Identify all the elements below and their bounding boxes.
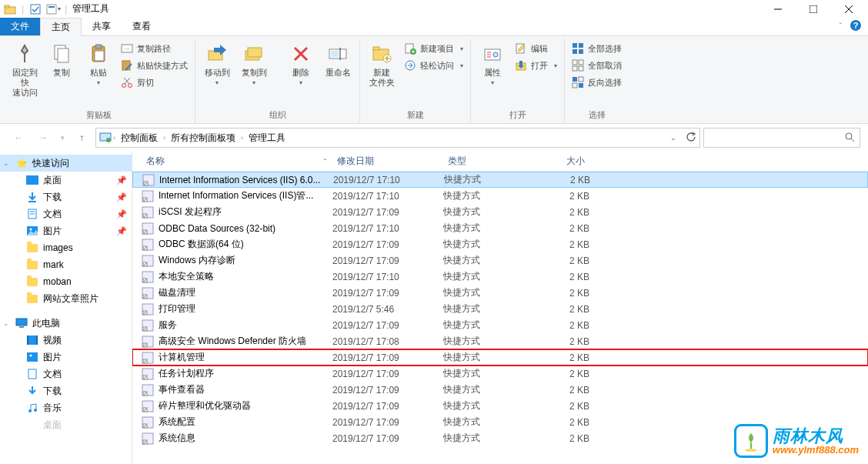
shortcut-icon: [142, 222, 154, 235]
svg-rect-65: [19, 326, 24, 328]
list-item[interactable]: 打印管理 2019/12/7 5:46 快捷方式 2 KB: [132, 301, 868, 317]
qat-dropdown-icon[interactable]: ▾: [45, 2, 62, 17]
tab-view[interactable]: 查看: [122, 18, 162, 35]
tab-home[interactable]: 主页: [40, 18, 82, 36]
list-item[interactable]: 碎片整理和优化驱动器 2019/12/7 17:09 快捷方式 2 KB: [132, 398, 868, 414]
svg-rect-49: [573, 77, 577, 82]
properties-icon: [480, 42, 505, 66]
copypath-button[interactable]: ···复制路径: [119, 40, 190, 57]
sidebar-item-desktop[interactable]: 桌面📌: [0, 172, 132, 189]
nav-back-button[interactable]: ←: [8, 127, 29, 149]
collapse-ribbon-icon[interactable]: ˇ: [840, 22, 842, 31]
address-bar[interactable]: › 控制面板 › 所有控制面板项 › 管理工具 ⌄: [95, 128, 700, 148]
crumb-1[interactable]: 控制面板: [117, 129, 162, 147]
watermark-title: 雨林木风: [773, 428, 859, 445]
sidebar-item-thispc[interactable]: ⌄此电脑: [0, 315, 132, 332]
close-button[interactable]: [831, 0, 866, 18]
list-item[interactable]: 事件查看器 2019/12/7 17:09 快捷方式 2 KB: [132, 382, 868, 398]
list-item[interactable]: 磁盘清理 2019/12/7 17:09 快捷方式 2 KB: [132, 285, 868, 301]
shortcut-icon: [142, 271, 154, 283]
moveto-button[interactable]: 移动到▾: [200, 40, 234, 88]
minimize-button[interactable]: [760, 0, 796, 18]
col-size[interactable]: 大小: [536, 155, 589, 168]
qat-folder-icon[interactable]: [2, 2, 18, 17]
help-icon[interactable]: ?: [850, 19, 862, 34]
paste-button[interactable]: 粘贴 ▾: [82, 40, 115, 88]
sidebar-item-documents[interactable]: 文档📌: [0, 205, 132, 222]
list-item[interactable]: Internet Information Services (IIS)管... …: [132, 188, 868, 204]
refresh-icon[interactable]: [686, 132, 696, 145]
svg-rect-51: [573, 83, 577, 88]
list-item[interactable]: 服务 2019/12/7 17:09 快捷方式 2 KB: [132, 317, 868, 333]
sidebar-item-moban[interactable]: moban: [0, 273, 132, 290]
edit-button[interactable]: 编辑: [512, 40, 559, 57]
sidebar-item-downloads2[interactable]: 下载: [0, 382, 132, 399]
sidebar: ⌄⭐快速访问 桌面📌 下载📌 文档📌 图片📌 images mark moban…: [0, 152, 132, 464]
list-item[interactable]: 本地安全策略 2019/12/7 17:10 快捷方式 2 KB: [132, 269, 868, 285]
list-item[interactable]: 计算机管理 2019/12/7 17:09 快捷方式 2 KB: [132, 349, 868, 366]
sidebar-item-quickaccess[interactable]: ⌄⭐快速访问: [0, 155, 132, 172]
sidebar-item-pictures2[interactable]: 图片: [0, 349, 132, 366]
easyaccess-button[interactable]: 轻松访问▾: [402, 57, 466, 74]
shortcut-icon: [142, 384, 154, 396]
svg-rect-32: [373, 47, 379, 50]
crumb-3[interactable]: 管理工具: [245, 129, 289, 147]
selectnone-button[interactable]: 全部取消: [569, 57, 624, 74]
pasteshortcut-button[interactable]: 粘贴快捷方式: [119, 57, 190, 74]
newfolder-button[interactable]: 新建 文件夹: [365, 40, 399, 89]
sidebar-item-music[interactable]: 音乐: [0, 399, 132, 416]
invert-button[interactable]: 反向选择: [569, 74, 624, 91]
sidebar-item-downloads[interactable]: 下载📌: [0, 189, 132, 205]
sidebar-item-pictures[interactable]: 图片📌: [0, 222, 132, 239]
copypath-icon: ···: [121, 42, 133, 55]
sidebar-item-images[interactable]: images: [0, 239, 132, 256]
rename-icon: [326, 42, 350, 66]
watermark-url: www.ylmf888.com: [773, 445, 859, 455]
qat-checkbox-icon[interactable]: [27, 2, 44, 17]
cut-button[interactable]: 剪切: [119, 74, 190, 91]
newitem-button[interactable]: 新建项目▾: [402, 40, 466, 57]
group-select: 选择: [569, 109, 624, 123]
list-item[interactable]: Internet Information Services (IIS) 6.0.…: [132, 172, 868, 188]
col-name[interactable]: 名称⌃: [142, 155, 332, 168]
list-item[interactable]: 任务计划程序 2019/12/7 17:09 快捷方式 2 KB: [132, 366, 868, 382]
search-input[interactable]: [703, 128, 860, 148]
nav-recent-button[interactable]: ▾: [57, 127, 68, 149]
content: 名称⌃ 修改日期 类型 大小 Internet Information Serv…: [132, 152, 868, 464]
list-item[interactable]: ODBC Data Sources (32-bit) 2019/12/7 17:…: [132, 220, 868, 236]
list-item[interactable]: ODBC 数据源(64 位) 2019/12/7 17:09 快捷方式 2 KB: [132, 236, 868, 252]
sidebar-item-videos[interactable]: 视频: [0, 332, 132, 349]
properties-button[interactable]: 属性▾: [476, 40, 509, 88]
nav-forward-button[interactable]: →: [32, 127, 54, 149]
shortcut-icon: [142, 206, 154, 219]
maximize-button[interactable]: [796, 0, 831, 18]
sidebar-item-webphotos[interactable]: 网站文章照片: [0, 290, 132, 307]
tab-file[interactable]: 文件: [0, 18, 40, 35]
folder-icon: [26, 242, 38, 254]
paste-icon: [86, 42, 111, 66]
shortcut-icon: [142, 319, 154, 332]
copyto-button[interactable]: 复制到▾: [237, 40, 271, 88]
svg-rect-43: [573, 49, 577, 54]
list-item[interactable]: 高级安全 Windows Defender 防火墙 2019/12/7 17:0…: [132, 333, 868, 349]
svg-point-55: [846, 133, 852, 139]
delete-button[interactable]: 删除▾: [284, 40, 318, 88]
copy-button[interactable]: 复制: [45, 40, 78, 79]
address-dropdown-icon[interactable]: ⌄: [670, 134, 676, 142]
col-date[interactable]: 修改日期: [332, 155, 443, 168]
crumb-2[interactable]: 所有控制面板项: [167, 129, 239, 147]
selectall-button[interactable]: 全部选择: [569, 40, 624, 57]
open-button[interactable]: 打开▾: [512, 57, 559, 74]
group-clipboard: 剪贴板: [8, 109, 190, 123]
sidebar-item-documents2[interactable]: 文档: [0, 366, 132, 382]
open-icon: [515, 59, 527, 72]
nav-up-button[interactable]: ↑: [71, 127, 92, 149]
col-type[interactable]: 类型: [443, 155, 536, 168]
rename-button[interactable]: 重命名: [321, 40, 355, 79]
sidebar-item-mark[interactable]: mark: [0, 256, 132, 273]
sidebar-item-desktop2[interactable]: 桌面: [0, 416, 132, 433]
list-item[interactable]: Windows 内存诊断 2019/12/7 17:09 快捷方式 2 KB: [132, 252, 868, 269]
list-item[interactable]: iSCSI 发起程序 2019/12/7 17:09 快捷方式 2 KB: [132, 204, 868, 220]
pin-quickaccess-button[interactable]: 固定到快 速访问: [8, 40, 42, 99]
tab-share[interactable]: 共享: [82, 18, 122, 35]
